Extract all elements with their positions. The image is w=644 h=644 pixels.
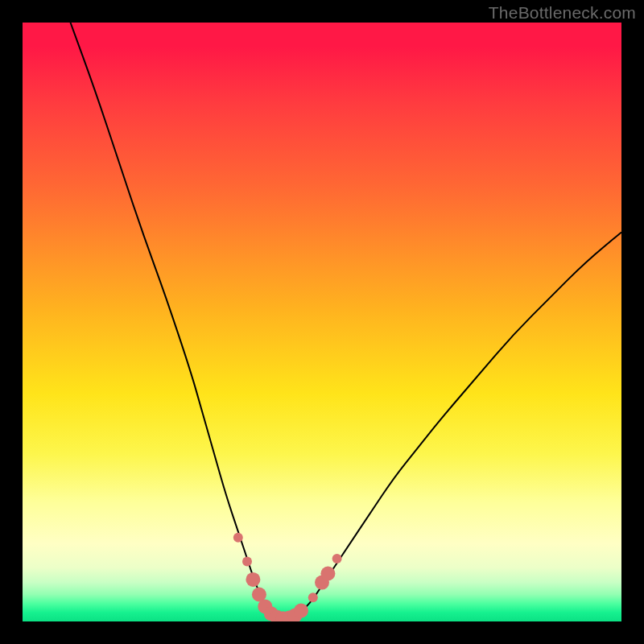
- optimum-marker: [270, 610, 284, 621]
- optimum-marker: [320, 567, 335, 581]
- optimum-marker: [252, 588, 266, 602]
- optimum-markers: [233, 533, 342, 621]
- optimum-marker: [233, 533, 243, 543]
- curve-layer: [23, 23, 621, 621]
- optimum-marker: [308, 592, 318, 602]
- optimum-marker: [294, 604, 308, 618]
- optimum-marker: [276, 611, 291, 621]
- optimum-marker: [242, 557, 252, 567]
- chart-frame: TheBottleneck.com: [0, 0, 644, 644]
- optimum-marker: [264, 606, 279, 621]
- optimum-marker: [332, 554, 342, 564]
- optimum-marker: [258, 599, 272, 613]
- optimum-marker: [288, 609, 303, 621]
- watermark-text: TheBottleneck.com: [489, 3, 636, 23]
- optimum-marker: [282, 611, 296, 622]
- plot-area: [23, 23, 621, 621]
- bottleneck-curve: [71, 23, 622, 619]
- optimum-marker: [315, 576, 329, 590]
- optimum-marker: [246, 572, 260, 587]
